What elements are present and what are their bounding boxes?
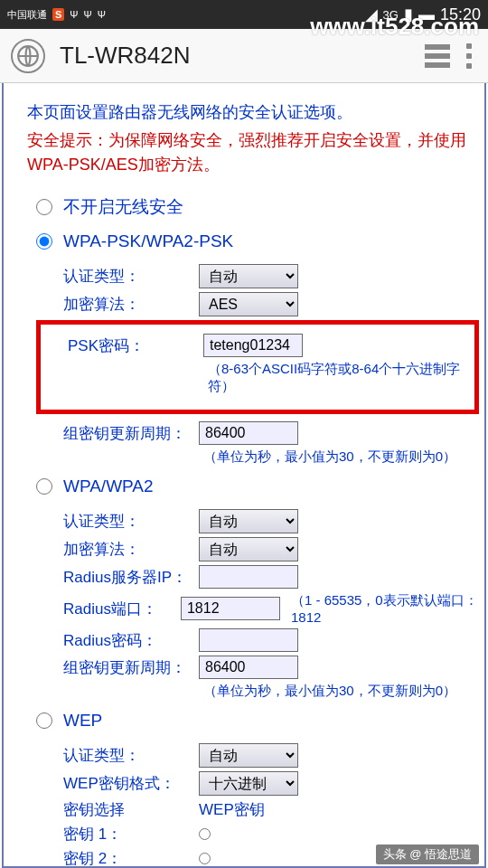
auth-type-label: 认证类型： (63, 266, 199, 287)
group-key-period-input[interactable] (199, 656, 298, 679)
psk-password-input[interactable] (203, 334, 303, 357)
auth-type-select[interactable]: 自动 (199, 264, 298, 288)
key2-radio[interactable] (199, 853, 211, 864)
key2-label: 密钥 2： (63, 848, 199, 868)
tabs-icon[interactable] (425, 44, 450, 68)
auth-type-label: 认证类型： (63, 745, 199, 766)
radius-ip-input[interactable] (199, 565, 298, 589)
key-select-label: 密钥选择 (63, 799, 199, 820)
usb-icon: Ψ (70, 9, 78, 20)
auth-type-label: 认证类型： (63, 511, 199, 532)
radius-port-label: Radius端口： (63, 599, 181, 619)
radius-port-hint: （1 - 65535，0表示默认端口：1812 (291, 592, 479, 625)
psk-hint: （8-63个ASCII码字符或8-64个十六进制字符） (208, 361, 474, 395)
section-wpa: WPA/WPA2 认证类型： 自动 加密算法： 自动 Radius服务器IP： … (36, 476, 479, 700)
encrypt-algo-label: 加密算法： (63, 294, 199, 315)
security-warning: 安全提示：为保障网络安全，强烈推荐开启安全设置，并使用WPA-PSK/AES加密… (27, 128, 479, 177)
status-left: 中国联通 S Ψ Ψ Ψ (7, 8, 106, 22)
watermark-text: www.it528.com (310, 13, 479, 41)
encrypt-algo-select[interactable]: AES (199, 292, 298, 316)
radio-label: 不开启无线安全 (63, 195, 183, 219)
sogou-icon: S (52, 8, 64, 21)
period-hint: （单位为秒，最小值为30，不更新则为0） (203, 683, 479, 700)
wep-format-select[interactable]: 十六进制 (199, 771, 298, 796)
radius-password-label: Radius密码： (63, 630, 199, 651)
encrypt-algo-select[interactable]: 自动 (199, 537, 298, 561)
radius-port-input[interactable] (181, 597, 280, 620)
credit-badge: 头条 @ 悟途思道 (376, 844, 479, 864)
radius-password-input[interactable] (199, 628, 298, 652)
url-bar[interactable]: TL-WR842N (56, 36, 414, 75)
auth-type-select[interactable]: 自动 (199, 743, 298, 768)
radio-wpa[interactable] (36, 478, 52, 495)
radio-label: WEP (63, 711, 102, 731)
wep-format-label: WEP密钥格式： (63, 773, 199, 794)
group-key-period-input[interactable] (199, 421, 298, 445)
key1-label: 密钥 1： (63, 824, 199, 844)
carrier-label: 中国联通 (7, 8, 47, 22)
psk-highlight-box: PSK密码： （8-63个ASCII码字符或8-64个十六进制字符） (36, 320, 479, 414)
period-hint: （单位为秒，最小值为30，不更新则为0） (203, 448, 479, 466)
wep-key-header: WEP密钥 (199, 799, 265, 820)
radio-label: WPA/WPA2 (63, 476, 154, 496)
radio-label: WPA-PSK/WPA2-PSK (63, 231, 233, 251)
key1-radio[interactable] (199, 828, 211, 840)
encrypt-algo-label: 加密算法： (63, 539, 199, 560)
radius-ip-label: Radius服务器IP： (63, 567, 199, 588)
radio-wpa-psk[interactable] (36, 233, 52, 250)
radio-disable-security[interactable] (36, 199, 52, 215)
usb-icon: Ψ (84, 9, 92, 20)
section-disable-security: 不开启无线安全 (36, 195, 479, 219)
router-settings-page: 本页面设置路由器无线网络的安全认证选项。 安全提示：为保障网络安全，强烈推荐开启… (2, 83, 486, 868)
usb-icon: Ψ (98, 9, 106, 20)
globe-icon[interactable] (11, 39, 45, 73)
group-key-period-label: 组密钥更新周期： (63, 423, 199, 444)
radio-wep[interactable] (36, 712, 52, 729)
page-intro: 本页面设置路由器无线网络的安全认证选项。 (27, 101, 479, 123)
psk-password-label: PSK密码： (68, 335, 203, 356)
group-key-period-label: 组密钥更新周期： (63, 657, 199, 678)
auth-type-select[interactable]: 自动 (199, 509, 298, 533)
menu-icon[interactable] (461, 43, 477, 69)
section-wpa-psk: WPA-PSK/WPA2-PSK 认证类型： 自动 加密算法： AES PSK密… (36, 231, 479, 466)
